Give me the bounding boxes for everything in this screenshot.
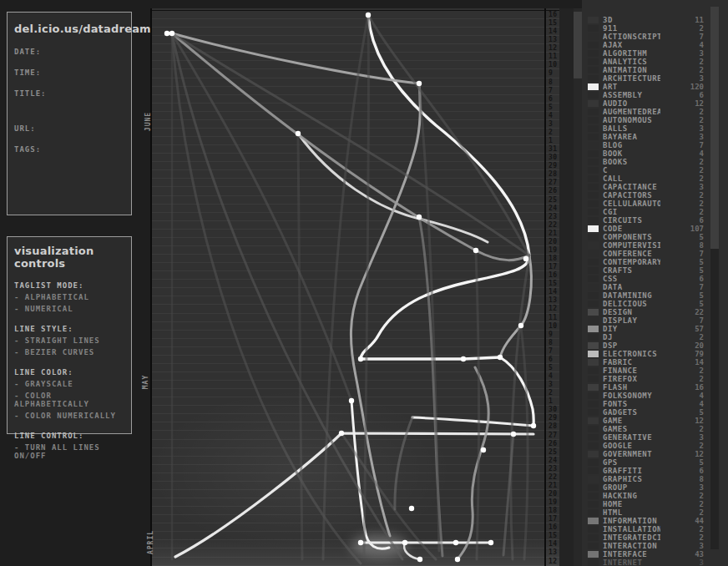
tag-line-swatch[interactable] [588, 267, 599, 274]
tag-line-swatch[interactable] [588, 83, 599, 90]
tag-row[interactable]: FABRIC14 [582, 358, 728, 366]
tag-line-swatch[interactable] [588, 426, 599, 432]
tag-row[interactable]: GOVERNMENT12 [582, 450, 728, 458]
tag-line-swatch[interactable] [588, 142, 599, 149]
tag-line-swatch[interactable] [588, 17, 599, 23]
tag-row[interactable]: BLOG7 [582, 141, 728, 149]
viz-line[interactable] [361, 15, 529, 359]
viz-dot[interactable] [531, 423, 536, 428]
control-option[interactable]: - NUMERICAL [14, 305, 124, 313]
viz-dot[interactable] [498, 355, 503, 360]
control-option[interactable]: - STRAIGHT LINES [14, 336, 124, 345]
tag-line-swatch[interactable] [588, 75, 599, 82]
tag-line-swatch[interactable] [588, 250, 599, 257]
tag-line-swatch[interactable] [588, 559, 599, 566]
curves-canvas[interactable] [152, 8, 561, 566]
tag-line-swatch[interactable] [588, 484, 599, 491]
viz-dot[interactable] [455, 557, 460, 562]
control-option[interactable]: - ALPHABETICAL [14, 293, 124, 301]
tag-row[interactable]: BOOKS2 [582, 158, 728, 166]
tag-line-swatch[interactable] [588, 409, 599, 416]
tag-line-swatch[interactable] [588, 275, 599, 282]
tag-row[interactable]: FONTS4 [582, 400, 728, 408]
chart-scrollbar[interactable] [574, 8, 582, 566]
tag-row[interactable]: DATA7 [582, 283, 728, 291]
viz-dot[interactable] [402, 540, 407, 545]
tag-row[interactable]: FLASH16 [582, 383, 728, 392]
tag-row[interactable]: INTERFACE43 [582, 550, 728, 558]
tag-line-swatch[interactable] [588, 509, 599, 516]
tag-row[interactable]: FIREFOX2 [582, 375, 728, 383]
tag-row[interactable]: GRAFFITI6 [582, 467, 728, 475]
control-option[interactable]: - COLOR ALPHABETICALLY [14, 392, 124, 408]
tag-row[interactable]: CONFERENCE7 [582, 250, 728, 258]
tag-row[interactable]: FINANCE2 [582, 366, 728, 375]
tag-line-swatch[interactable] [588, 359, 599, 366]
tag-line-swatch[interactable] [588, 518, 599, 524]
tag-line-swatch[interactable] [588, 33, 599, 40]
viz-line[interactable] [458, 367, 488, 559]
viz-dot[interactable] [417, 557, 422, 562]
viz-dot[interactable] [417, 81, 422, 86]
tag-row[interactable]: GADGETS5 [582, 408, 728, 417]
tag-row[interactable]: DATAMINING5 [582, 291, 728, 300]
tag-row[interactable]: ASSEMBLY6 [582, 91, 728, 99]
viz-dot[interactable] [453, 540, 458, 545]
tag-line-swatch[interactable] [588, 434, 599, 441]
tag-row[interactable]: COMPUTERVISION8 [582, 241, 728, 250]
control-option[interactable]: - GRAYSCALE [14, 380, 124, 388]
tag-line-swatch[interactable] [588, 317, 599, 324]
chart-scrollbar-thumb[interactable] [574, 12, 582, 78]
tag-row[interactable]: AUTONOMOUS2 [582, 116, 728, 124]
viz-line[interactable] [476, 252, 479, 559]
tag-line-swatch[interactable] [588, 125, 599, 132]
tag-line-swatch[interactable] [588, 134, 599, 140]
viz-line[interactable] [412, 417, 533, 426]
tag-row[interactable]: ANALYTICS2 [582, 58, 728, 66]
tag-line-swatch[interactable] [588, 242, 599, 249]
viz-dot[interactable] [461, 356, 466, 361]
tag-row[interactable]: AJAX4 [582, 41, 728, 49]
tag-row[interactable]: ALGORITHM3 [582, 49, 728, 58]
tag-line-swatch[interactable] [588, 367, 599, 374]
tag-line-swatch[interactable] [588, 117, 599, 124]
tag-row[interactable]: ELECTRONICS79 [582, 350, 728, 358]
tag-row[interactable]: DISPLAY7 [582, 316, 728, 325]
tag-line-swatch[interactable] [588, 175, 599, 182]
tag-line-swatch[interactable] [588, 225, 599, 232]
viz-dot[interactable] [339, 431, 344, 436]
tag-line-swatch[interactable] [588, 301, 599, 307]
tag-line-swatch[interactable] [588, 417, 599, 424]
tag-line-swatch[interactable] [588, 109, 599, 115]
tag-row[interactable]: HACKING2 [582, 492, 728, 500]
viz-line[interactable] [395, 417, 412, 509]
tag-row[interactable]: INFORMATION44 [582, 517, 728, 525]
viz-line[interactable] [500, 357, 533, 426]
tag-line-swatch[interactable] [588, 392, 599, 399]
tag-line-swatch[interactable] [588, 534, 599, 541]
tag-row[interactable]: CODE107 [582, 225, 728, 233]
viz-line[interactable] [521, 327, 528, 559]
viz-dot[interactable] [358, 540, 363, 545]
viz-dot[interactable] [164, 31, 169, 36]
viz-line[interactable] [172, 33, 361, 563]
viz-dot[interactable] [511, 432, 516, 437]
viz-dot[interactable] [518, 323, 523, 328]
tag-row[interactable]: CONTEMPORARY5 [582, 258, 728, 266]
tag-line-swatch[interactable] [588, 467, 599, 474]
viz-line[interactable] [298, 134, 488, 242]
tag-row[interactable]: DELICIOUS5 [582, 300, 728, 308]
taglist-scrollbar-thumb[interactable] [710, 7, 719, 249]
tag-row[interactable]: FOLKSONOMY4 [582, 392, 728, 400]
viz-line[interactable] [298, 135, 302, 559]
timeline-chart[interactable]: JUNEMAYAPRIL 161514131211109876543213130… [150, 8, 559, 566]
tag-row[interactable]: BALLS3 [582, 124, 728, 133]
tag-row[interactable]: DIY57 [582, 325, 728, 333]
tag-line-swatch[interactable] [588, 342, 599, 349]
viz-dot[interactable] [523, 256, 528, 261]
tag-row[interactable]: GOOGLE2 [582, 442, 728, 450]
tag-row[interactable]: 9112 [582, 24, 728, 33]
tag-line-swatch[interactable] [588, 493, 599, 499]
tag-line-swatch[interactable] [588, 200, 599, 207]
tag-row[interactable]: CSS6 [582, 275, 728, 283]
